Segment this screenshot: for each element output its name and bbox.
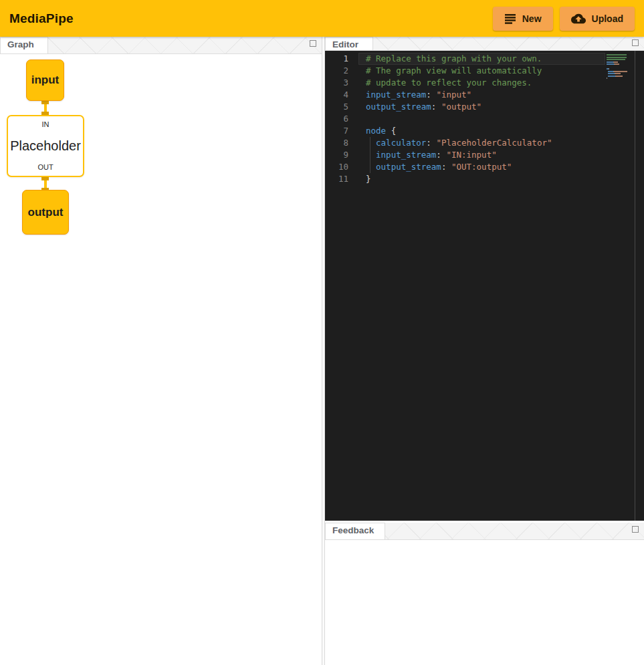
minimap-line [607,63,632,65]
code-line[interactable]: 4input_stream: "input" [325,89,644,101]
menu-lines-icon [504,13,516,25]
line-number: 6 [325,113,358,125]
code-token: node [366,126,391,136]
line-number: 2 [325,65,358,77]
code-lines[interactable]: 1# Replace this graph with your own.2# T… [325,51,644,185]
tab-editor[interactable]: Editor [325,37,373,50]
graph-node-placeholder[interactable]: IN Placeholder OUT [7,115,84,177]
code-token: input_stream [366,90,426,100]
editor-minimap[interactable] [607,54,632,80]
line-number: 11 [325,173,358,185]
minimap-line [607,68,632,70]
minimap-token [607,63,614,65]
graph-canvas[interactable]: input IN Placeholder OUT output [0,54,322,665]
code-token: : [441,162,451,172]
code-text: output_stream: "output" [358,101,481,113]
code-token: : [436,150,446,160]
code-line[interactable]: 5output_stream: "output" [325,101,644,113]
feedback-panel: Feedback [325,523,644,665]
main-layout: Graph input IN Placeholder OUT output [0,37,644,665]
code-line[interactable]: 1# Replace this graph with your own. [325,53,644,65]
code-line[interactable]: 10 output_stream: "OUT:output" [325,161,644,173]
cloud-upload-icon [571,11,586,26]
line-number: 10 [325,161,358,173]
graph-node-input-label: input [31,74,60,87]
code-line[interactable]: 8 calculator: "PlaceholderCalculator" [325,137,644,149]
code-token: : [426,138,436,148]
minimap-token [608,76,615,77]
placeholder-out-port-label: OUT [37,163,53,171]
minimap-token [614,61,618,63]
feedback-popout-icon[interactable] [632,526,639,533]
minimap-line [607,54,632,55]
line-number: 3 [325,77,358,89]
indent-guide [370,137,370,173]
code-text: input_stream: "input" [358,89,471,101]
feedback-content [325,540,644,665]
new-button[interactable]: New [493,7,553,31]
editor-panel: Editor 1# Replace this graph with your o… [325,37,644,521]
code-line[interactable]: 6 [325,113,644,125]
graph-node-input[interactable]: input [26,59,64,101]
code-token: "PlaceholderCalculator" [436,138,552,148]
code-line[interactable]: 9 input_stream: "IN:input" [325,149,644,161]
minimap-token [609,68,609,70]
code-token: "input" [436,90,471,100]
code-token: "IN:input" [446,150,496,160]
code-line[interactable]: 11} [325,173,644,185]
minimap-line [607,78,632,79]
line-number: 1 [325,53,358,65]
minimap-line [607,57,632,58]
editor-popout-icon[interactable] [632,39,639,46]
code-token: { [391,126,397,136]
code-line[interactable]: 2# The graph view will automatically [325,65,644,77]
code-line[interactable]: 3# update to reflect your changes. [325,77,644,89]
minimap-line [607,71,632,72]
tab-feedback[interactable]: Feedback [325,523,385,539]
minimap-line [607,61,632,63]
minimap-line [607,59,632,60]
line-number: 8 [325,137,358,149]
code-token: calculator [366,138,426,148]
code-line[interactable]: 7node { [325,125,644,137]
graph-tab-bar: Graph [0,37,322,54]
code-token: : [431,102,441,112]
graph-popout-icon[interactable] [310,40,316,47]
minimap-line [607,76,632,77]
code-text: # The graph view will automatically [358,65,542,77]
code-token: "output" [441,102,481,112]
upload-button[interactable]: Upload [560,7,635,31]
code-token: "OUT:output" [451,162,512,172]
minimap-line [607,66,632,68]
code-text: } [358,173,371,185]
right-column: Editor 1# Replace this graph with your o… [325,37,644,665]
code-text [358,113,366,125]
app-header: MediaPipe New Upload [0,0,644,37]
code-text: # update to reflect your changes. [358,77,532,89]
minimap-line [607,73,632,74]
minimap-token [607,78,607,79]
code-token: } [366,174,371,184]
tab-graph[interactable]: Graph [0,37,48,53]
new-button-label: New [522,13,542,24]
editor-tab-bar: Editor [325,37,644,51]
minimap-token [614,71,627,72]
minimap-token [615,73,621,74]
minimap-token [607,54,627,55]
graph-node-output-label: output [28,206,64,219]
code-token: output_stream [366,102,431,112]
code-token: input_stream [366,150,436,160]
upload-button-label: Upload [592,13,623,24]
minimap-token [607,59,625,60]
code-text: output_stream: "OUT:output" [358,161,512,173]
graph-node-output[interactable]: output [22,190,69,235]
graph-panel: Graph input IN Placeholder OUT output [0,37,322,665]
line-number: 5 [325,101,358,113]
editor-scrollbar[interactable] [635,51,635,521]
code-token: : [426,90,436,100]
code-text: node { [358,125,396,137]
code-editor[interactable]: 1# Replace this graph with your own.2# T… [325,51,644,521]
code-token: # Replace this graph with your own. [366,53,542,63]
minimap-token [607,61,613,63]
code-token: # update to reflect your changes. [366,78,532,88]
